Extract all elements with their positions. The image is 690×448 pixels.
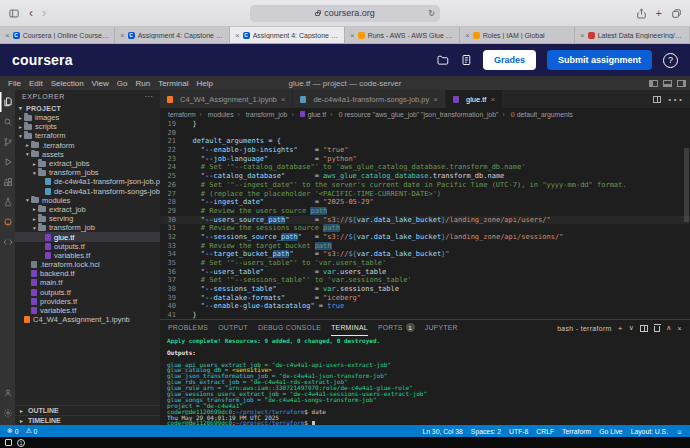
menu-run[interactable]: Run — [131, 79, 154, 88]
status-ln-30-col-38[interactable]: Ln 30, Col 38 — [422, 428, 462, 435]
tree-item[interactable]: ▾transform_job — [15, 223, 160, 232]
jupyter-icon[interactable] — [0, 212, 15, 232]
browser-tab[interactable]: ×Runs - AWS - AWS Glue Studio — [345, 27, 460, 43]
breadcrumb-item[interactable]: ›transform_job — [234, 111, 288, 118]
forward-icon[interactable]: › — [42, 7, 46, 19]
tree-item[interactable]: ▸scripts — [15, 122, 160, 131]
editor-tab[interactable]: C4_W4_Assignment_1.ipynb× — [160, 90, 293, 108]
tab-close-icon[interactable]: × — [490, 95, 495, 104]
toggle-sidebar-icon[interactable] — [649, 80, 658, 87]
breadcrumb-item[interactable]: ›{}default_arguments — [498, 111, 573, 118]
tree-item[interactable]: variables.tf — [15, 251, 160, 260]
extensions-icon[interactable] — [0, 172, 15, 192]
menu-file[interactable]: File — [4, 79, 25, 88]
editor-scrollbar[interactable] — [684, 120, 689, 319]
help-icon[interactable]: ? — [663, 53, 678, 68]
kill-terminal-icon[interactable] — [654, 326, 660, 332]
browser-tab[interactable]: ×CAssignment 4: Capstone Project Part... — [230, 27, 345, 43]
grades-button[interactable]: Grades — [483, 50, 536, 70]
scrollbar-thumb[interactable] — [684, 148, 689, 222]
menu-help[interactable]: Help — [192, 79, 216, 88]
run-debug-icon[interactable] — [0, 152, 15, 172]
folder-icon[interactable] — [436, 54, 449, 66]
code-line[interactable]: 30 "--users_source_path" = "s3://${var.d… — [160, 216, 690, 225]
tree-item[interactable]: ▸images — [15, 113, 160, 122]
status-terraform[interactable]: Terraform — [562, 428, 591, 435]
shell-label[interactable]: bash - terraform — [557, 325, 612, 332]
submit-assignment-button[interactable]: Submit assignment — [547, 50, 652, 70]
panel-tab-debug-console[interactable]: DEBUG CONSOLE — [258, 320, 321, 336]
explorer-icon[interactable] — [0, 92, 15, 112]
browser-tab[interactable]: ×Roles | IAM | Global — [460, 27, 575, 43]
split-terminal-icon[interactable] — [640, 325, 648, 332]
code-line[interactable]: 26 # Set '"--ingest_date"' to the server… — [160, 181, 690, 190]
address-bar[interactable]: coursera.org ↻ — [250, 5, 440, 22]
code-line[interactable]: 37 # Set '"--sessions_table"' to 'var.se… — [160, 276, 690, 285]
reload-icon[interactable]: ↻ — [428, 9, 435, 18]
browser-tab[interactable]: ×Latest Data Engineering/Data Model... — [575, 27, 690, 43]
tree-item[interactable]: glue.tf — [15, 232, 160, 241]
breadcrumb-item[interactable]: ›glue.tf — [287, 111, 326, 118]
tree-item[interactable]: de-c4w4a1-transform-json-job.py — [15, 177, 160, 186]
coursera-logo[interactable]: coursera — [12, 52, 73, 68]
code-line[interactable]: 27 # (replace the placeholder '<PACIFIC-… — [160, 190, 690, 199]
toggle-panel-icon[interactable] — [663, 80, 672, 87]
breadcrumb-item[interactable]: ›modules — [196, 111, 234, 118]
code-line[interactable]: 23 "--job-language" = "python" — [160, 155, 690, 164]
tree-item[interactable]: ▾transform_jobs — [15, 168, 160, 177]
code-editor[interactable]: 19 }2021 default_arguments = {22 "--enab… — [160, 120, 690, 319]
status-problems[interactable]: ⊗0 — [7, 427, 18, 435]
toggle-secondary-sidebar-icon[interactable] — [677, 80, 686, 87]
taskbar-workspace-badge[interactable]: 1 — [17, 439, 25, 447]
panel-tab-terminal[interactable]: TERMINAL — [331, 320, 368, 336]
tree-item[interactable]: ▸serving — [15, 214, 160, 223]
tree-item[interactable]: ▾assets — [15, 150, 160, 159]
close-panel-icon[interactable]: × — [678, 325, 682, 332]
tree-item[interactable]: ▸extract_job — [15, 205, 160, 214]
tree-item[interactable]: C4_W4_Assignment_1.ipynb — [15, 315, 160, 324]
code-line[interactable]: 34 "--target_bucket_path" = "s3://${var.… — [160, 250, 690, 259]
maximize-panel-icon[interactable]: ∧ — [666, 324, 671, 332]
panel-tab-problems[interactable]: PROBLEMS — [168, 320, 208, 336]
status-utf-8[interactable]: UTF-8 — [509, 428, 528, 435]
share-icon[interactable] — [636, 8, 647, 19]
new-tab-icon[interactable]: + — [656, 7, 662, 19]
split-editor-icon[interactable] — [653, 96, 661, 103]
code-line[interactable]: 31 # Review the sessions source path — [160, 224, 690, 233]
code-line[interactable]: 35 # Set '"--users_table"' to 'var.users… — [160, 259, 690, 268]
tab-close-icon[interactable]: × — [5, 31, 10, 40]
panel-tab-output[interactable]: OUTPUT — [218, 320, 248, 336]
panel-tab-ports[interactable]: PORTS1 — [378, 320, 415, 336]
panel-tab-jupyter[interactable]: JUPYTER — [425, 320, 458, 336]
code-line[interactable]: 19 } — [160, 120, 690, 129]
terminal-output[interactable]: Apply complete! Resources: 9 added, 0 ch… — [160, 336, 690, 425]
code-line[interactable]: 28 "--ingest_date" = "2025-05-29" — [160, 198, 690, 207]
menu-selection[interactable]: Selection — [47, 79, 88, 88]
new-terminal-icon[interactable]: + — [618, 324, 623, 333]
editor-tab[interactable]: glue.tf× — [446, 90, 503, 108]
tree-item[interactable]: de-c4w4a1-transform-songs-job.py — [15, 187, 160, 196]
source-control-icon[interactable] — [0, 132, 15, 152]
tree-item[interactable]: ▾terraform — [15, 131, 160, 140]
notes-icon[interactable] — [460, 54, 472, 66]
code-line[interactable]: 21 default_arguments = { — [160, 137, 690, 146]
terminal-dropdown-icon[interactable]: ∨ — [629, 324, 634, 332]
taskbar-app-icon[interactable] — [5, 439, 12, 446]
code-line[interactable]: 29 # Review the users source path — [160, 207, 690, 216]
browser-tab[interactable]: ×CAssignment 4: Capstone Project Part... — [115, 27, 230, 43]
menu-go[interactable]: Go — [113, 79, 132, 88]
tab-close-icon[interactable]: × — [433, 95, 438, 104]
tree-item[interactable]: ▾modules — [15, 196, 160, 205]
code-line[interactable]: 36 "--users_table" = var.users_table — [160, 268, 690, 277]
code-line[interactable]: 41 } — [160, 311, 690, 319]
tree-item[interactable]: ▸.terraform — [15, 141, 160, 150]
tab-close-icon[interactable]: × — [235, 31, 240, 40]
breadcrumb-item[interactable]: terraform — [168, 111, 196, 118]
tree-item[interactable]: backend.tf — [15, 269, 160, 278]
code-line[interactable]: 24 # Set '"--catalog_database"' to 'aws_… — [160, 163, 690, 172]
tree-item[interactable]: outputs.tf — [15, 242, 160, 251]
search-icon[interactable] — [0, 112, 15, 132]
tree-item[interactable]: main.tf — [15, 278, 160, 287]
tab-close-icon[interactable]: × — [120, 31, 125, 40]
menu-view[interactable]: View — [88, 79, 113, 88]
